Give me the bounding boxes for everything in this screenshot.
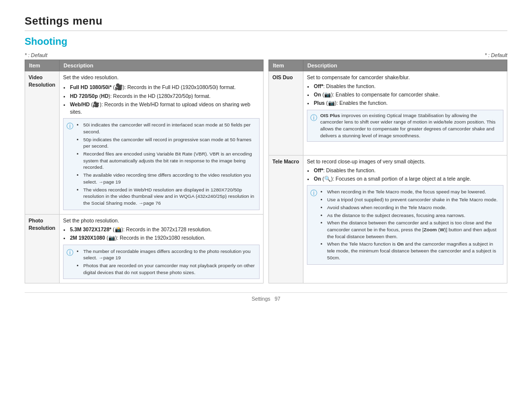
footer-label: Settings [252, 296, 270, 302]
item-label-video: VideoResolution [25, 71, 60, 215]
default-label-right: * : Default [485, 52, 507, 58]
video-resolution-desc: Set the video resolution. Full HD 1080/5… [60, 71, 264, 215]
photo-resolution-desc: Set the photo resolution. 5.3M 3072X1728… [60, 214, 264, 283]
table-row: PhotoResolution Set the photo resolution… [25, 214, 264, 283]
note-text-ois: OIS Plus improves on existing Optical Im… [320, 112, 500, 139]
table-row: VideoResolution Set the video resolution… [25, 71, 264, 215]
default-row: * : Default * : Default [25, 52, 507, 58]
note-icon-photo: ⓘ [66, 248, 74, 257]
right-table: Item Description OIS Duo Set to compensa… [268, 60, 507, 283]
note-icon-tele: ⓘ [310, 188, 318, 198]
note-text-tele: When recording in the Tele Macro mode, t… [320, 187, 500, 262]
table-row: OIS Duo Set to compensate for camcorder … [269, 71, 507, 156]
tele-macro-desc: Set to record close-up images of very sm… [303, 156, 507, 283]
note-text-video: 50i indicates the camcorder will record … [76, 121, 256, 207]
left-col-desc: Description [60, 60, 264, 71]
left-col-item: Item [25, 60, 60, 71]
left-table: Item Description VideoResolution Set the… [25, 60, 264, 283]
note-icon-video: ⓘ [66, 121, 74, 131]
tables-container: Item Description VideoResolution Set the… [25, 60, 507, 283]
title-divider [25, 31, 507, 31]
section-title: Shooting [25, 36, 507, 47]
note-text-photo: The number of recordable images differs … [76, 247, 256, 277]
default-label-left: * : Default [25, 52, 47, 58]
footer: Settings 97 [25, 292, 507, 302]
table-row: Tele Macro Set to record close-up images… [269, 156, 507, 283]
item-label-photo: PhotoResolution [25, 214, 60, 283]
ois-desc: Set to compensate for camcorder shake/bl… [303, 71, 507, 156]
page-title: Settings menu [25, 15, 507, 28]
item-label-ois: OIS Duo [269, 71, 303, 156]
right-col-desc: Description [303, 60, 507, 71]
note-icon-ois: ⓘ [310, 113, 318, 123]
item-label-tele: Tele Macro [269, 156, 303, 283]
footer-page: 97 [275, 296, 281, 302]
right-col-item: Item [269, 60, 303, 71]
